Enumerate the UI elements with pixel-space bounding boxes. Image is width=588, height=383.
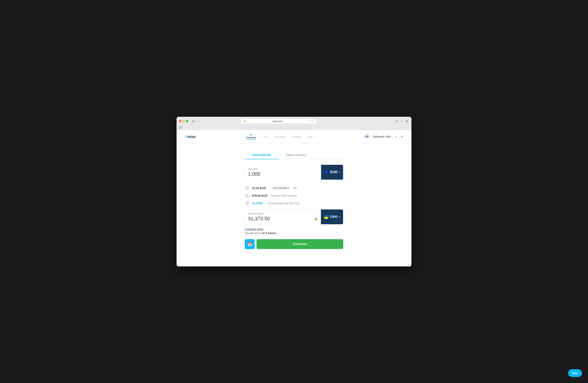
user-avatar: OS bbox=[363, 133, 370, 140]
user-name: Oleksandr Slob... bbox=[373, 135, 393, 138]
send-amount-input[interactable] bbox=[248, 171, 318, 177]
receive-currency-selector[interactable]: UAH ▾ bbox=[321, 210, 343, 224]
step-recipient[interactable]: Recipient bbox=[275, 135, 285, 138]
send-amount-card: You send ★ EUR ▾ bbox=[245, 165, 343, 180]
receive-amount-card: Recipient gets 🔒 UAH ▾ bbox=[245, 209, 343, 224]
arrival-info: Should arrive in 5 hours bbox=[245, 231, 343, 235]
sidebar-toggle-btn[interactable]: ⊟ bbox=[191, 119, 195, 123]
step-pay[interactable]: Pay bbox=[308, 135, 313, 138]
fee-breakdown: − 21.01 EUR Fast transfer ▾ fee = 978.99… bbox=[245, 183, 343, 209]
refresh-icon[interactable]: ↻ bbox=[312, 120, 314, 123]
fee-row-3: × 32.0468 ↘ Guaranteed rate (30 hrs) bbox=[245, 199, 343, 207]
step-amount-dot bbox=[250, 134, 252, 135]
action-row: 📅 Continue bbox=[245, 239, 343, 249]
wise-logo-text: wise bbox=[187, 134, 195, 139]
arrival-time: in 5 hours bbox=[262, 231, 276, 235]
receive-currency-code: UAH bbox=[330, 215, 337, 219]
lock-icon: 🔒 bbox=[314, 217, 318, 220]
close-button[interactable]: × bbox=[400, 134, 404, 140]
reader-icon: ⧉ bbox=[309, 120, 311, 122]
fee-suffix-1: fee bbox=[293, 186, 297, 190]
step-amount-label: Amount bbox=[247, 136, 256, 140]
receive-amount-input[interactable] bbox=[248, 216, 313, 222]
progress-steps: Amount You Recipient Review Pay bbox=[195, 134, 363, 140]
share-btn[interactable]: ⬆ bbox=[395, 119, 399, 123]
step-review-label: Review bbox=[293, 135, 301, 138]
calendar-icon: 📅 bbox=[247, 242, 252, 247]
new-tab-btn[interactable]: + bbox=[400, 119, 403, 123]
fee-amount-1: 21.01 EUR bbox=[252, 186, 269, 190]
step-you-label: You bbox=[263, 135, 268, 138]
fee-label-2: Amount we'll convert bbox=[271, 194, 297, 197]
close-traffic-light[interactable] bbox=[179, 120, 182, 122]
tab-international[interactable]: International bbox=[245, 151, 278, 159]
url-display[interactable]: wise.com bbox=[247, 120, 308, 123]
minimize-traffic-light[interactable] bbox=[183, 120, 185, 122]
fee-row-2: = 978.99 EUR Amount we'll convert bbox=[245, 192, 343, 199]
user-initials: OS bbox=[365, 135, 368, 138]
send-currency-selector[interactable]: ★ EUR ▾ bbox=[321, 165, 343, 180]
tab-same-currency[interactable]: Same currency bbox=[278, 151, 314, 159]
receive-label: Recipient gets bbox=[248, 212, 318, 215]
fast-transfer-chevron-icon: ▾ bbox=[288, 187, 289, 190]
send-label: You send bbox=[248, 168, 318, 170]
transfer-tabs: International Same currency bbox=[245, 151, 343, 159]
calendar-button[interactable]: 📅 bbox=[245, 239, 255, 249]
fee-label-3: Guaranteed rate (30 hrs) bbox=[268, 202, 299, 205]
wise-logo-arrow-icon: ↗ bbox=[184, 134, 187, 139]
send-currency-chevron-icon: ▾ bbox=[339, 171, 340, 173]
step-you[interactable]: You bbox=[263, 135, 268, 138]
step-review[interactable]: Review bbox=[293, 135, 301, 138]
back-btn[interactable]: ‹ bbox=[195, 119, 198, 123]
step-recipient-label: Recipient bbox=[275, 135, 285, 138]
fast-transfer-badge[interactable]: Fast transfer ▾ bbox=[271, 186, 291, 190]
send-currency-code: EUR bbox=[330, 170, 337, 174]
fee-row-1: − 21.01 EUR Fast transfer ▾ fee bbox=[245, 184, 343, 192]
maximize-traffic-light[interactable] bbox=[186, 120, 188, 122]
chevron-down-icon[interactable]: ▾ bbox=[395, 135, 396, 138]
compare-price-link[interactable]: Compare price bbox=[245, 228, 263, 231]
eur-flag-icon: ★ bbox=[324, 170, 329, 174]
wise-logo: ↗ wise bbox=[184, 134, 195, 139]
grid-btn[interactable]: ⊞ bbox=[405, 119, 409, 123]
equals-operator-icon: = bbox=[245, 193, 250, 198]
rate-amount: 32.0468 bbox=[252, 202, 262, 205]
receive-currency-chevron-icon: ▾ bbox=[339, 215, 340, 218]
lock-icon: 🔒 bbox=[243, 120, 246, 122]
fee-amount-2: 978.99 EUR bbox=[252, 194, 269, 197]
rate-arrow-icon: ↘ bbox=[264, 202, 266, 205]
step-pay-label: Pay bbox=[308, 135, 313, 138]
help-button[interactable]: Help bbox=[568, 369, 582, 377]
minus-operator-icon: − bbox=[245, 185, 250, 191]
header-right: OS Oleksandr Slob... ▾ × bbox=[363, 133, 404, 140]
fast-transfer-label: Fast transfer bbox=[273, 187, 287, 190]
multiply-operator-icon: × bbox=[245, 201, 250, 206]
continue-button[interactable]: Continue bbox=[256, 239, 343, 249]
uah-flag-icon bbox=[324, 215, 329, 219]
step-amount[interactable]: Amount bbox=[247, 134, 256, 140]
forward-btn[interactable]: › bbox=[198, 119, 201, 123]
